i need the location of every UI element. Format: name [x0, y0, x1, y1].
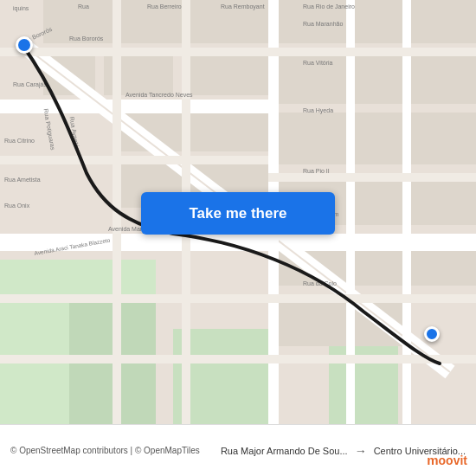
svg-text:Rua Pio II: Rua Pio II	[303, 168, 330, 174]
attribution-text: © OpenStreetMap contributors | © OpenMap…	[10, 446, 200, 455]
svg-rect-41	[0, 48, 476, 56]
svg-rect-11	[277, 113, 346, 164]
svg-rect-7	[411, 0, 476, 43]
arrow-icon: →	[355, 444, 367, 458]
svg-text:Rua Carajás: Rua Carajás	[13, 81, 47, 88]
svg-text:Rua da Colo: Rua da Colo	[303, 280, 337, 286]
svg-text:Rua Citrino: Rua Citrino	[4, 138, 35, 144]
svg-text:Rua Maranhão: Rua Maranhão	[303, 21, 343, 27]
svg-rect-44	[0, 355, 476, 363]
end-marker	[424, 326, 440, 342]
svg-text:iquins: iquins	[13, 5, 29, 12]
svg-text:Rua Rio de Janeiro: Rua Rio de Janeiro	[303, 3, 355, 10]
svg-rect-9	[355, 52, 407, 104]
svg-rect-33	[0, 100, 268, 113]
svg-text:Rua Bororós: Rua Bororós	[69, 35, 104, 42]
svg-rect-6	[355, 0, 407, 43]
svg-rect-42	[0, 156, 268, 164]
svg-text:Rua Berreiro: Rua Berreiro	[147, 3, 182, 10]
map-container: Rua Bororós Rua Carajás Rua Citrino Rua …	[0, 0, 476, 424]
svg-text:Rua Onix: Rua Onix	[4, 203, 30, 209]
origin-text: Rua Major Armando De Sou...	[221, 446, 348, 456]
svg-text:Rua: Rua	[78, 3, 89, 10]
svg-rect-12	[355, 113, 407, 164]
svg-rect-43	[0, 294, 476, 303]
svg-text:Rua Ametista: Rua Ametista	[4, 177, 41, 183]
start-marker	[16, 36, 33, 54]
svg-text:Rua Hyeda: Rua Hyeda	[303, 107, 333, 114]
moovit-logo: moovit	[427, 453, 467, 467]
svg-rect-10	[411, 52, 476, 104]
svg-rect-13	[411, 113, 476, 164]
bottom-bar: © OpenStreetMap contributors | © OpenMap…	[0, 424, 476, 476]
svg-rect-45	[268, 173, 476, 182]
take-me-there-button[interactable]: Take me there	[141, 192, 335, 235]
svg-rect-27	[182, 52, 268, 95]
svg-text:Avenida Tancredo Neves: Avenida Tancredo Neves	[125, 92, 193, 98]
svg-text:Rua Remboyant: Rua Remboyant	[221, 3, 265, 10]
svg-text:Rua Vitória: Rua Vitória	[303, 60, 333, 66]
